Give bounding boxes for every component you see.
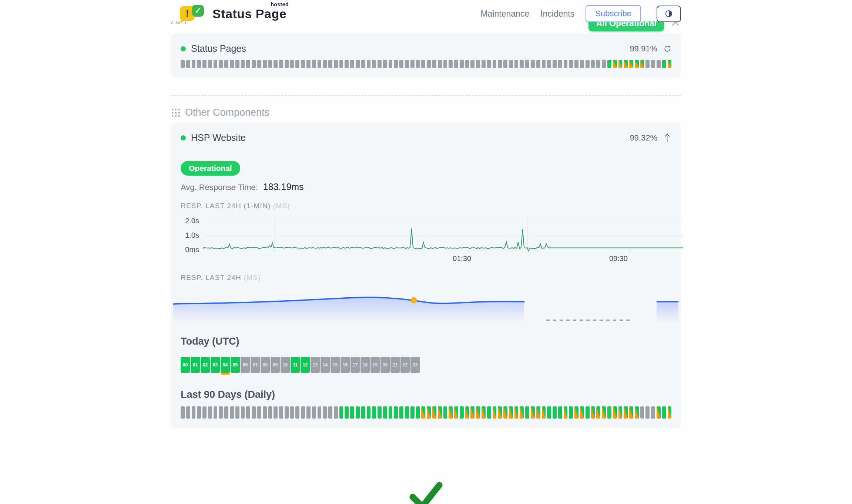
uptime-bar[interactable] bbox=[181, 406, 185, 419]
uptime-bar[interactable] bbox=[367, 60, 371, 68]
uptime-bar[interactable] bbox=[624, 406, 628, 419]
uptime-bar[interactable] bbox=[547, 60, 551, 68]
uptime-bar[interactable] bbox=[257, 406, 261, 419]
uptime-bar[interactable] bbox=[482, 406, 486, 419]
uptime-bar[interactable] bbox=[367, 406, 371, 419]
uptime-bar[interactable] bbox=[318, 60, 322, 68]
uptime-bar[interactable] bbox=[668, 60, 672, 68]
uptime-bar[interactable] bbox=[246, 60, 250, 68]
uptime-bar[interactable] bbox=[602, 60, 606, 68]
uptime-bar[interactable] bbox=[295, 406, 299, 419]
uptime-bar[interactable] bbox=[224, 60, 228, 68]
uptime-bar[interactable] bbox=[498, 406, 502, 419]
uptime-bar[interactable] bbox=[235, 60, 239, 68]
uptime-bar[interactable] bbox=[443, 60, 447, 68]
uptime-bar[interactable] bbox=[443, 406, 447, 419]
uptime-bar[interactable] bbox=[482, 60, 486, 68]
uptime-bar[interactable] bbox=[651, 406, 655, 419]
uptime-bar[interactable] bbox=[531, 60, 535, 68]
uptime-bar[interactable] bbox=[339, 60, 343, 68]
uptime-bar[interactable] bbox=[569, 406, 573, 419]
uptime-bar[interactable] bbox=[421, 406, 425, 419]
uptime-bar[interactable] bbox=[241, 60, 245, 68]
uptime-bar[interactable] bbox=[186, 60, 190, 68]
uptime-bar[interactable] bbox=[285, 406, 289, 419]
uptime-bar[interactable] bbox=[361, 406, 365, 419]
uptime-bar[interactable] bbox=[208, 406, 212, 419]
uptime-bar[interactable] bbox=[465, 406, 469, 419]
nav-incidents[interactable]: Incidents bbox=[540, 9, 574, 19]
uptime-bar[interactable] bbox=[645, 60, 650, 68]
uptime-bar[interactable] bbox=[274, 60, 278, 68]
hour-block-02[interactable]: 02 bbox=[201, 357, 210, 373]
uptime-bar[interactable] bbox=[214, 60, 218, 68]
uptime-bar[interactable] bbox=[509, 60, 513, 68]
uptime-bar[interactable] bbox=[372, 60, 376, 68]
uptime-bar[interactable] bbox=[241, 406, 245, 419]
uptime-bar[interactable] bbox=[202, 406, 207, 419]
hour-block-03[interactable]: 03 bbox=[211, 357, 220, 373]
refresh-icon[interactable] bbox=[663, 45, 671, 53]
uptime-bar[interactable] bbox=[405, 60, 409, 68]
hour-block-09[interactable]: 09 bbox=[271, 357, 280, 373]
uptime-bar[interactable] bbox=[432, 60, 436, 68]
uptime-bar[interactable] bbox=[257, 60, 261, 68]
uptime-bar[interactable] bbox=[640, 406, 644, 419]
uptime-bar[interactable] bbox=[651, 60, 655, 68]
uptime-bar[interactable] bbox=[520, 60, 524, 68]
uptime-bar[interactable] bbox=[389, 60, 393, 68]
uptime-bar[interactable] bbox=[629, 60, 633, 68]
uptime-bar[interactable] bbox=[564, 406, 568, 419]
uptime-bar[interactable] bbox=[618, 60, 623, 68]
uptime-bar[interactable] bbox=[306, 60, 311, 68]
hour-block-22[interactable]: 22 bbox=[400, 357, 410, 373]
uptime-bar[interactable] bbox=[487, 60, 491, 68]
uptime-bar[interactable] bbox=[306, 406, 311, 419]
uptime-bar[interactable] bbox=[323, 60, 327, 68]
uptime-bar[interactable] bbox=[454, 60, 458, 68]
uptime-bar[interactable] bbox=[629, 406, 633, 419]
uptime-bar[interactable] bbox=[230, 406, 234, 419]
hour-block-06[interactable]: 06 bbox=[241, 357, 250, 373]
uptime-bar[interactable] bbox=[586, 406, 590, 419]
hour-block-04[interactable]: 04 bbox=[221, 357, 230, 373]
hour-block-21[interactable]: 21 bbox=[390, 357, 400, 373]
uptime-bar[interactable] bbox=[514, 406, 519, 419]
uptime-bar[interactable] bbox=[520, 406, 524, 419]
uptime-bar[interactable] bbox=[432, 406, 436, 419]
uptime-bar[interactable] bbox=[531, 406, 535, 419]
hour-block-01[interactable]: 01 bbox=[191, 357, 200, 373]
uptime-bar[interactable] bbox=[328, 60, 332, 68]
uptime-bar[interactable] bbox=[487, 406, 491, 419]
uptime-bar[interactable] bbox=[378, 406, 382, 419]
uptime-bar[interactable] bbox=[295, 60, 299, 68]
uptime-bar[interactable] bbox=[197, 406, 201, 419]
uptime-bar[interactable] bbox=[410, 406, 415, 419]
uptime-bar[interactable] bbox=[438, 60, 442, 68]
uptime-bar[interactable] bbox=[668, 406, 672, 419]
uptime-bar[interactable] bbox=[279, 60, 283, 68]
uptime-bar[interactable] bbox=[493, 60, 497, 68]
uptime-bar[interactable] bbox=[635, 406, 639, 419]
uptime-bar[interactable] bbox=[525, 406, 529, 419]
uptime-bar[interactable] bbox=[569, 60, 573, 68]
uptime-bar[interactable] bbox=[416, 406, 420, 419]
theme-toggle-button[interactable] bbox=[657, 6, 681, 22]
uptime-bar[interactable] bbox=[350, 406, 354, 419]
uptime-bar[interactable] bbox=[279, 406, 283, 419]
uptime-bar[interactable] bbox=[394, 406, 398, 419]
uptime-bar[interactable] bbox=[378, 60, 382, 68]
uptime-bar[interactable] bbox=[547, 406, 551, 419]
uptime-bar[interactable] bbox=[645, 406, 650, 419]
collapse-arrow-up-icon[interactable] bbox=[663, 133, 671, 142]
hour-block-15[interactable]: 15 bbox=[331, 357, 340, 373]
uptime-bar[interactable] bbox=[230, 60, 234, 68]
uptime-bar[interactable] bbox=[268, 406, 272, 419]
uptime-bar[interactable] bbox=[197, 60, 201, 68]
hour-block-19[interactable]: 19 bbox=[370, 357, 380, 373]
uptime-bar[interactable] bbox=[602, 406, 606, 419]
uptime-bar[interactable] bbox=[574, 406, 578, 419]
uptime-bar[interactable] bbox=[410, 60, 415, 68]
hour-block-11[interactable]: 11 bbox=[291, 357, 300, 373]
uptime-bar[interactable] bbox=[246, 406, 250, 419]
